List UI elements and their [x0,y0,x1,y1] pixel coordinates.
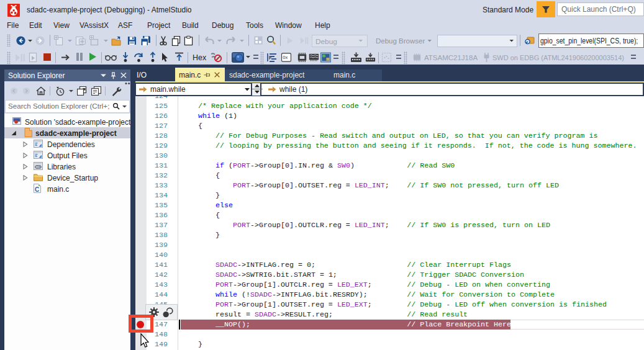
svg-text:0x: 0x [283,55,288,60]
